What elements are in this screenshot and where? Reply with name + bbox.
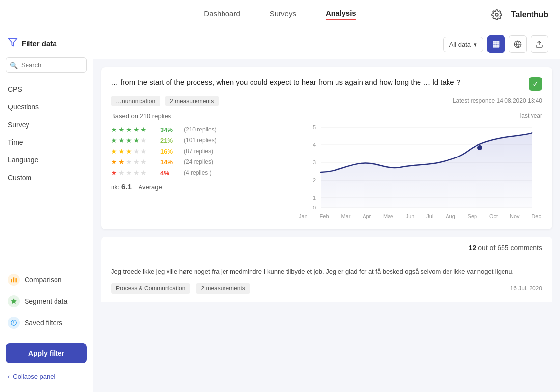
saved-label: Saved filters	[25, 319, 62, 327]
search-icon: 🔍	[10, 61, 18, 69]
replies-4: (101 replies)	[184, 137, 217, 144]
svg-text:0: 0	[313, 205, 316, 210]
sidebar-item-survey[interactable]: Survey	[0, 116, 93, 133]
time-range-label: last year	[520, 112, 542, 119]
pct-3: 16%	[160, 148, 179, 155]
all-data-dropdown[interactable]: All data ▾	[443, 37, 483, 52]
rating-row-3: ★ ★ ★ ★ ★ 16% (87 replies)	[111, 147, 278, 155]
comment-tag-2: 2 measurements	[196, 283, 250, 294]
svg-text:5: 5	[313, 124, 316, 130]
segment-label: Segment data	[25, 297, 67, 305]
export-button[interactable]	[531, 35, 548, 53]
svg-rect-2	[11, 279, 12, 282]
pct-5: 34%	[160, 126, 179, 133]
comment-footer: Process & Communication 2 measurements 1…	[111, 283, 542, 294]
rating-row-2: ★ ★ ★ ★ ★ 14% (24 replies)	[111, 158, 278, 166]
pct-1: 4%	[160, 169, 179, 177]
sidebar-header: Filter data	[0, 37, 93, 57]
svg-rect-3	[13, 277, 14, 282]
pct-4: 21%	[160, 137, 179, 144]
comment-card: Jeg troede ikke jeg ville høre noget fra…	[101, 259, 552, 302]
comment-text: Jeg troede ikke jeg ville høre noget fra…	[111, 267, 542, 277]
search-input[interactable]	[6, 57, 87, 73]
replies-3: (87 replies)	[184, 148, 213, 155]
svg-text:4: 4	[313, 142, 316, 148]
comments-out-of: out of	[478, 244, 495, 252]
globe-view-button[interactable]	[509, 35, 527, 53]
sidebar-title: Filter data	[22, 39, 57, 48]
line-chart: last year 5 4 3 2 1 0	[298, 112, 542, 219]
chart-section: Based on 210 replies ★ ★ ★ ★ ★ 34% (210 …	[111, 112, 542, 219]
question-tags: …nununication 2 measurements	[111, 97, 222, 105]
pct-2: 14%	[160, 158, 179, 166]
sidebar-item-cps[interactable]: CPS	[0, 80, 93, 98]
stars-3: ★ ★ ★ ★ ★	[111, 147, 155, 155]
stars-2: ★ ★ ★ ★ ★	[111, 158, 155, 166]
comparison-label: Comparison	[25, 276, 61, 284]
benchmark-value: 6.1	[121, 183, 132, 191]
question-text: … from the start of the process, when yo…	[111, 77, 523, 88]
sidebar-item-saved[interactable]: Saved filters	[0, 312, 93, 334]
rating-row-1: ★ ★ ★ ★ ★ 4% (4 replies )	[111, 169, 278, 177]
star-5: ★	[140, 126, 147, 133]
benchmark: nk: 6.1 Average	[111, 183, 278, 191]
sidebar-item-comparison[interactable]: Comparison	[0, 269, 93, 290]
comments-suffix: comments	[510, 244, 542, 252]
replies-5: (210 replies)	[184, 126, 217, 133]
tag-communication: …nununication	[111, 96, 160, 106]
table-view-button[interactable]	[487, 35, 505, 53]
main-layout: Filter data 🔍 CPS Questions Survey Time …	[0, 29, 560, 392]
segment-icon	[8, 295, 20, 307]
svg-rect-4	[16, 278, 17, 282]
comments-total: 655	[497, 244, 508, 252]
sidebar-item-custom[interactable]: Custom	[0, 169, 93, 186]
apply-filter-button[interactable]: Apply filter	[6, 343, 87, 363]
chart-area: 5 4 3 2 1 0	[298, 123, 542, 211]
top-navigation: Dashboard Surveys Analysis Talenthub	[0, 0, 560, 29]
sidebar-item-questions[interactable]: Questions	[0, 98, 93, 116]
search-box: 🔍	[6, 57, 87, 73]
sidebar-bottom: Comparison Segment data Saved filters	[0, 265, 93, 338]
question-card: … from the start of the process, when yo…	[101, 67, 552, 229]
sidebar-menu: CPS Questions Survey Time Language Custo…	[0, 80, 93, 257]
tag-measurements: 2 measurements	[165, 96, 219, 106]
comments-count-number: 12	[469, 244, 476, 252]
star-1: ★	[111, 126, 117, 133]
stars-1: ★ ★ ★ ★ ★	[111, 169, 155, 177]
star-2: ★	[118, 126, 125, 133]
star-3: ★	[126, 126, 132, 133]
svg-text:1: 1	[313, 195, 316, 201]
svg-point-0	[495, 13, 498, 16]
comment-tag-1: Process & Communication	[111, 283, 190, 294]
saved-icon	[8, 317, 20, 329]
nav-links: Dashboard Surveys Analysis	[204, 9, 356, 20]
toolbar: All data ▾	[93, 29, 560, 59]
svg-marker-1	[9, 39, 17, 46]
replies-2: (24 replies)	[184, 158, 213, 165]
check-icon: ✓	[529, 77, 542, 91]
benchmark-mark-label: nk:	[111, 183, 121, 191]
nav-analysis[interactable]: Analysis	[326, 9, 356, 20]
sidebar-item-time[interactable]: Time	[0, 133, 93, 151]
chart-svg: 5 4 3 2 1 0	[298, 123, 542, 211]
sidebar-item-language[interactable]: Language	[0, 151, 93, 169]
question-meta: …nununication 2 measurements Latest resp…	[111, 97, 542, 105]
nav-dashboard[interactable]: Dashboard	[204, 9, 240, 20]
svg-text:2: 2	[313, 177, 316, 183]
filter-icon	[8, 37, 18, 50]
chevron-left-icon: ‹	[8, 373, 10, 380]
nav-right: Talenthub	[488, 6, 548, 24]
comments-count: 12 out of 655 comments	[469, 244, 542, 252]
settings-icon[interactable]	[488, 6, 505, 24]
collapse-label: Collapse panel	[13, 373, 55, 380]
all-data-label: All data	[449, 41, 471, 48]
brand-name: Talenthub	[511, 10, 548, 19]
ratings-title: Based on 210 replies	[111, 112, 278, 120]
star-4: ★	[133, 126, 140, 133]
comments-header: 12 out of 655 comments	[101, 237, 552, 259]
collapse-panel-link[interactable]: ‹ Collapse panel	[0, 369, 93, 384]
average-label: Average	[139, 183, 162, 191]
comparison-icon	[8, 274, 20, 286]
sidebar-item-segment[interactable]: Segment data	[0, 290, 93, 312]
nav-surveys[interactable]: Surveys	[270, 9, 296, 20]
